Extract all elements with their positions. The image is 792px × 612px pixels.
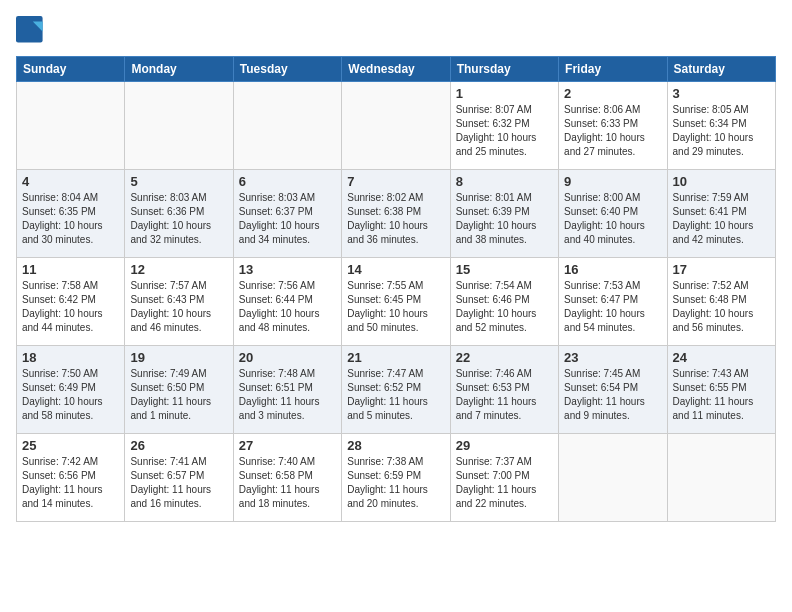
svg-rect-0 [16,16,43,43]
day-info: Sunrise: 8:01 AM Sunset: 6:39 PM Dayligh… [456,191,553,247]
day-info: Sunrise: 7:55 AM Sunset: 6:45 PM Dayligh… [347,279,444,335]
day-of-week-header: Thursday [450,57,558,82]
day-info: Sunrise: 8:07 AM Sunset: 6:32 PM Dayligh… [456,103,553,159]
calendar-cell: 29Sunrise: 7:37 AM Sunset: 7:00 PM Dayli… [450,434,558,522]
calendar-cell: 5Sunrise: 8:03 AM Sunset: 6:36 PM Daylig… [125,170,233,258]
day-number: 25 [22,438,119,453]
calendar-cell: 7Sunrise: 8:02 AM Sunset: 6:38 PM Daylig… [342,170,450,258]
calendar-cell [125,82,233,170]
calendar-cell: 20Sunrise: 7:48 AM Sunset: 6:51 PM Dayli… [233,346,341,434]
day-info: Sunrise: 7:42 AM Sunset: 6:56 PM Dayligh… [22,455,119,511]
calendar-cell: 15Sunrise: 7:54 AM Sunset: 6:46 PM Dayli… [450,258,558,346]
day-number: 16 [564,262,661,277]
day-info: Sunrise: 7:41 AM Sunset: 6:57 PM Dayligh… [130,455,227,511]
logo-icon [16,16,44,44]
day-number: 9 [564,174,661,189]
day-number: 14 [347,262,444,277]
calendar-cell: 4Sunrise: 8:04 AM Sunset: 6:35 PM Daylig… [17,170,125,258]
day-of-week-header: Saturday [667,57,775,82]
calendar-cell: 10Sunrise: 7:59 AM Sunset: 6:41 PM Dayli… [667,170,775,258]
day-number: 17 [673,262,770,277]
day-number: 10 [673,174,770,189]
day-info: Sunrise: 7:40 AM Sunset: 6:58 PM Dayligh… [239,455,336,511]
day-number: 2 [564,86,661,101]
day-number: 3 [673,86,770,101]
day-number: 18 [22,350,119,365]
day-of-week-header: Wednesday [342,57,450,82]
day-info: Sunrise: 8:03 AM Sunset: 6:36 PM Dayligh… [130,191,227,247]
calendar-header-row: SundayMondayTuesdayWednesdayThursdayFrid… [17,57,776,82]
calendar-week-row: 4Sunrise: 8:04 AM Sunset: 6:35 PM Daylig… [17,170,776,258]
day-number: 23 [564,350,661,365]
day-of-week-header: Friday [559,57,667,82]
calendar-cell: 12Sunrise: 7:57 AM Sunset: 6:43 PM Dayli… [125,258,233,346]
day-info: Sunrise: 7:38 AM Sunset: 6:59 PM Dayligh… [347,455,444,511]
day-info: Sunrise: 7:53 AM Sunset: 6:47 PM Dayligh… [564,279,661,335]
day-number: 27 [239,438,336,453]
day-info: Sunrise: 8:00 AM Sunset: 6:40 PM Dayligh… [564,191,661,247]
day-info: Sunrise: 8:04 AM Sunset: 6:35 PM Dayligh… [22,191,119,247]
day-info: Sunrise: 7:57 AM Sunset: 6:43 PM Dayligh… [130,279,227,335]
calendar-cell: 1Sunrise: 8:07 AM Sunset: 6:32 PM Daylig… [450,82,558,170]
day-number: 20 [239,350,336,365]
day-number: 1 [456,86,553,101]
day-info: Sunrise: 7:52 AM Sunset: 6:48 PM Dayligh… [673,279,770,335]
day-info: Sunrise: 7:59 AM Sunset: 6:41 PM Dayligh… [673,191,770,247]
calendar-cell [559,434,667,522]
calendar-week-row: 25Sunrise: 7:42 AM Sunset: 6:56 PM Dayli… [17,434,776,522]
day-info: Sunrise: 7:48 AM Sunset: 6:51 PM Dayligh… [239,367,336,423]
calendar-cell: 16Sunrise: 7:53 AM Sunset: 6:47 PM Dayli… [559,258,667,346]
day-number: 15 [456,262,553,277]
calendar-cell: 23Sunrise: 7:45 AM Sunset: 6:54 PM Dayli… [559,346,667,434]
calendar-cell: 18Sunrise: 7:50 AM Sunset: 6:49 PM Dayli… [17,346,125,434]
day-info: Sunrise: 7:54 AM Sunset: 6:46 PM Dayligh… [456,279,553,335]
day-info: Sunrise: 7:47 AM Sunset: 6:52 PM Dayligh… [347,367,444,423]
calendar-cell: 11Sunrise: 7:58 AM Sunset: 6:42 PM Dayli… [17,258,125,346]
day-info: Sunrise: 8:05 AM Sunset: 6:34 PM Dayligh… [673,103,770,159]
calendar: SundayMondayTuesdayWednesdayThursdayFrid… [16,56,776,522]
day-info: Sunrise: 8:03 AM Sunset: 6:37 PM Dayligh… [239,191,336,247]
day-of-week-header: Monday [125,57,233,82]
calendar-cell: 27Sunrise: 7:40 AM Sunset: 6:58 PM Dayli… [233,434,341,522]
day-number: 4 [22,174,119,189]
calendar-week-row: 11Sunrise: 7:58 AM Sunset: 6:42 PM Dayli… [17,258,776,346]
calendar-cell [17,82,125,170]
calendar-cell: 6Sunrise: 8:03 AM Sunset: 6:37 PM Daylig… [233,170,341,258]
calendar-cell: 2Sunrise: 8:06 AM Sunset: 6:33 PM Daylig… [559,82,667,170]
day-number: 13 [239,262,336,277]
day-number: 6 [239,174,336,189]
calendar-cell [667,434,775,522]
calendar-cell [233,82,341,170]
day-number: 11 [22,262,119,277]
day-info: Sunrise: 7:56 AM Sunset: 6:44 PM Dayligh… [239,279,336,335]
day-number: 28 [347,438,444,453]
day-info: Sunrise: 7:45 AM Sunset: 6:54 PM Dayligh… [564,367,661,423]
calendar-cell: 8Sunrise: 8:01 AM Sunset: 6:39 PM Daylig… [450,170,558,258]
calendar-week-row: 1Sunrise: 8:07 AM Sunset: 6:32 PM Daylig… [17,82,776,170]
calendar-cell: 9Sunrise: 8:00 AM Sunset: 6:40 PM Daylig… [559,170,667,258]
day-of-week-header: Tuesday [233,57,341,82]
day-info: Sunrise: 7:49 AM Sunset: 6:50 PM Dayligh… [130,367,227,423]
calendar-cell: 19Sunrise: 7:49 AM Sunset: 6:50 PM Dayli… [125,346,233,434]
day-info: Sunrise: 7:46 AM Sunset: 6:53 PM Dayligh… [456,367,553,423]
day-number: 26 [130,438,227,453]
day-number: 29 [456,438,553,453]
calendar-cell: 26Sunrise: 7:41 AM Sunset: 6:57 PM Dayli… [125,434,233,522]
day-info: Sunrise: 8:06 AM Sunset: 6:33 PM Dayligh… [564,103,661,159]
day-number: 22 [456,350,553,365]
calendar-cell: 24Sunrise: 7:43 AM Sunset: 6:55 PM Dayli… [667,346,775,434]
calendar-cell: 21Sunrise: 7:47 AM Sunset: 6:52 PM Dayli… [342,346,450,434]
day-info: Sunrise: 7:37 AM Sunset: 7:00 PM Dayligh… [456,455,553,511]
day-number: 5 [130,174,227,189]
day-number: 19 [130,350,227,365]
page-header [16,16,776,44]
day-info: Sunrise: 7:43 AM Sunset: 6:55 PM Dayligh… [673,367,770,423]
calendar-cell: 13Sunrise: 7:56 AM Sunset: 6:44 PM Dayli… [233,258,341,346]
day-number: 8 [456,174,553,189]
calendar-week-row: 18Sunrise: 7:50 AM Sunset: 6:49 PM Dayli… [17,346,776,434]
logo [16,16,48,44]
day-info: Sunrise: 7:50 AM Sunset: 6:49 PM Dayligh… [22,367,119,423]
day-info: Sunrise: 7:58 AM Sunset: 6:42 PM Dayligh… [22,279,119,335]
calendar-cell: 28Sunrise: 7:38 AM Sunset: 6:59 PM Dayli… [342,434,450,522]
calendar-cell: 3Sunrise: 8:05 AM Sunset: 6:34 PM Daylig… [667,82,775,170]
